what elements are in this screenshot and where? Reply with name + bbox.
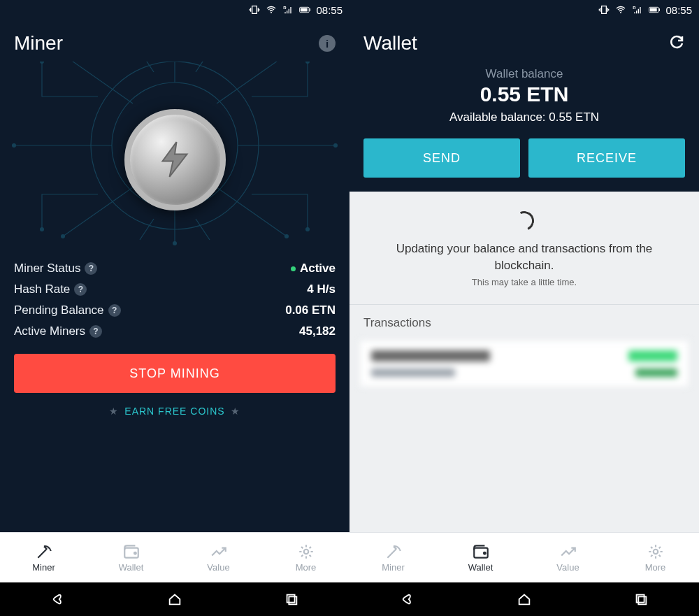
- svg-point-0: [271, 12, 272, 13]
- android-nav-bar: [0, 582, 350, 616]
- status-clock: 08:55: [665, 4, 692, 16]
- wallet-icon: [472, 543, 490, 561]
- svg-point-30: [484, 552, 486, 554]
- electroneum-coin-icon: [124, 109, 226, 210]
- tab-miner[interactable]: Miner: [350, 543, 437, 573]
- updating-sub-message: This may take a little time.: [370, 277, 678, 287]
- miner-content: Miner Status? Active Hash Rate? 4 H/s Pe…: [0, 62, 350, 532]
- svg-point-20: [134, 552, 136, 554]
- help-icon[interactable]: ?: [85, 262, 97, 275]
- tab-more[interactable]: More: [262, 543, 350, 573]
- svg-rect-22: [287, 595, 294, 603]
- battery-icon: [299, 4, 310, 15]
- home-icon[interactable]: [517, 592, 532, 607]
- status-dot-icon: [291, 266, 296, 271]
- wifi-icon: [615, 4, 626, 15]
- phone-miner: R 08:55 Miner i: [0, 0, 350, 616]
- tab-bar: Miner Wallet Value More: [350, 532, 699, 582]
- help-icon[interactable]: ?: [108, 304, 121, 317]
- svg-point-7: [12, 143, 16, 148]
- phone-wallet: R 08:55 Wallet Wallet balance 0.55 ETN A…: [350, 0, 699, 616]
- svg-point-31: [653, 550, 658, 554]
- svg-rect-32: [636, 595, 644, 603]
- status-bar: R 08:55: [350, 0, 699, 20]
- svg-text:R: R: [284, 6, 287, 10]
- svg-point-16: [305, 62, 310, 64]
- back-icon[interactable]: [50, 592, 66, 607]
- svg-text:R: R: [633, 6, 637, 10]
- roaming-signal-icon: R: [632, 4, 643, 15]
- spinner-icon: [512, 208, 537, 234]
- svg-point-18: [305, 227, 310, 231]
- wifi-icon: [266, 4, 277, 15]
- roaming-signal-icon: R: [282, 4, 294, 15]
- balance-value: 0.55 ETN: [363, 83, 685, 106]
- gear-icon: [297, 543, 315, 561]
- tab-value[interactable]: Value: [524, 543, 612, 573]
- wallet-icon: [122, 543, 140, 561]
- earn-free-coins-link[interactable]: ★ EARN FREE COINS ★: [14, 406, 336, 417]
- recent-apps-icon[interactable]: [633, 592, 649, 607]
- android-nav-bar: [350, 582, 699, 616]
- status-clock: 08:55: [316, 4, 343, 16]
- coin-visual: [14, 62, 336, 257]
- tab-wallet[interactable]: Wallet: [437, 543, 524, 573]
- svg-point-14: [284, 234, 289, 238]
- svg-point-13: [61, 234, 65, 238]
- pickaxe-icon: [35, 543, 53, 561]
- miner-stats: Miner Status? Active Hash Rate? 4 H/s Pe…: [14, 262, 336, 338]
- svg-rect-23: [289, 596, 296, 604]
- svg-rect-33: [638, 596, 646, 604]
- available-balance: Available balance: 0.55 ETN: [363, 110, 685, 124]
- svg-rect-4: [301, 8, 308, 12]
- back-icon[interactable]: [400, 592, 415, 607]
- svg-point-8: [333, 143, 338, 148]
- stat-row-activeminers: Active Miners? 45,182: [14, 324, 336, 338]
- svg-point-17: [40, 227, 44, 231]
- updating-panel: Updating your balance and transactions f…: [350, 192, 699, 305]
- tab-miner[interactable]: Miner: [0, 543, 87, 573]
- star-icon: ★: [231, 406, 240, 417]
- tab-bar: Miner Wallet Value More: [0, 532, 350, 582]
- send-button[interactable]: SEND: [363, 138, 520, 178]
- svg-point-24: [620, 12, 621, 13]
- receive-button[interactable]: RECEIVE: [528, 138, 685, 178]
- updating-message: Updating your balance and transactions f…: [370, 241, 678, 274]
- help-icon[interactable]: ?: [89, 325, 102, 338]
- svg-rect-28: [650, 8, 657, 12]
- stat-row-pending: Pending Balance? 0.06 ETN: [14, 303, 336, 317]
- refresh-icon[interactable]: [668, 34, 685, 53]
- svg-point-10: [173, 241, 177, 245]
- stop-mining-button[interactable]: STOP MINING: [14, 354, 336, 393]
- wallet-body: Updating your balance and transactions f…: [350, 192, 699, 532]
- recent-apps-icon[interactable]: [284, 592, 299, 607]
- gear-icon: [647, 543, 665, 561]
- battery-icon: [649, 4, 660, 15]
- stat-row-hashrate: Hash Rate? 4 H/s: [14, 282, 336, 296]
- help-icon[interactable]: ?: [74, 283, 87, 296]
- lightning-icon: [154, 138, 196, 180]
- page-title: Miner: [14, 32, 63, 55]
- star-icon: ★: [109, 406, 119, 417]
- miner-header: Miner i: [0, 20, 350, 62]
- status-bar: R 08:55: [0, 0, 350, 20]
- trend-icon: [559, 543, 577, 561]
- wallet-balance-panel: Wallet balance 0.55 ETN Available balanc…: [350, 62, 699, 192]
- pickaxe-icon: [384, 543, 403, 561]
- svg-point-21: [303, 550, 308, 554]
- info-icon[interactable]: i: [319, 35, 336, 52]
- tab-wallet[interactable]: Wallet: [87, 543, 175, 573]
- svg-rect-3: [310, 8, 310, 11]
- stat-row-status: Miner Status? Active: [14, 262, 336, 275]
- tab-value[interactable]: Value: [175, 543, 262, 573]
- trend-icon: [210, 543, 228, 561]
- svg-point-15: [40, 62, 44, 64]
- tab-more[interactable]: More: [612, 543, 699, 573]
- vibrate-icon: [249, 4, 260, 15]
- vibrate-icon: [598, 4, 610, 15]
- transaction-item[interactable]: [359, 340, 689, 387]
- page-title: Wallet: [363, 32, 417, 55]
- wallet-header: Wallet: [350, 20, 699, 62]
- home-icon[interactable]: [167, 592, 182, 607]
- transactions-header: Transactions: [350, 305, 699, 337]
